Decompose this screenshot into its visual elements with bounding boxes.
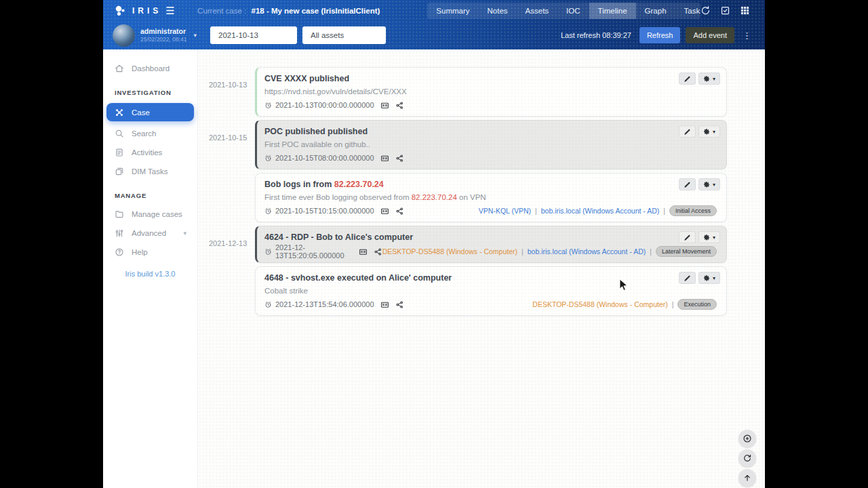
id-card-icon[interactable] [380,101,389,110]
timeline-toolbar: administrator 25/02/2022, 08:41 ▾ All as… [103,21,765,49]
sidebar-item-help[interactable]: Help [103,243,197,262]
sidebar-item-dashboard[interactable]: Dashboard [103,59,197,78]
sync-icon[interactable] [701,5,711,16]
share-icon[interactable] [395,207,404,216]
nav-tab-notes[interactable]: Notes [479,3,517,19]
separator: | [672,300,674,308]
id-card-icon[interactable] [380,300,389,309]
user-name: administrator [140,27,187,36]
asset-link[interactable]: bob.iris.local (Windows Account - AD) [541,207,659,215]
asset-filter-select[interactable]: All assets [302,26,386,44]
user-login-date: 25/02/2022, 08:41 [140,36,187,43]
sidebar-item-label: Advanced [132,229,166,237]
last-refresh-text: Last refresh 08:39:27 [561,31,631,39]
edit-event-button[interactable] [679,73,696,85]
event-settings-button[interactable]: ▾ [698,125,720,138]
nav-tab-tasks[interactable]: Tasks [675,3,701,19]
event-settings-button[interactable]: ▾ [698,73,720,85]
sidebar-item-activities[interactable]: Activities [103,143,197,162]
event-card: POC published publishedFirst POC availab… [255,120,727,169]
add-event-button[interactable]: Add event [686,27,734,43]
clock-icon [264,248,272,256]
share-icon[interactable] [395,300,404,309]
apps-grid-icon[interactable] [740,5,750,16]
pencil-icon [684,181,691,188]
event-description: First time ever Bob logging observed fro… [264,192,717,203]
sidebar-item-label: Manage cases [132,210,182,218]
event-date-label [198,266,255,316]
nav-tab-assets[interactable]: Assets [517,3,558,19]
event-links: DESKTOP-DS5488 (Windows - Computer)|Exec… [532,299,717,310]
sidebar-item-dim-tasks[interactable]: DIM Tasks [103,162,197,181]
timeline-event-row: 2021-10-13CVE XXXX publishedhttps://nvd.… [198,67,765,117]
asset-link[interactable]: DESKTOP-DS5488 (Windows - Computer) [382,247,517,256]
sidebar-item-advanced[interactable]: Advanced▾ [103,224,197,243]
check-square-icon[interactable] [720,5,730,16]
sidebar-section-manage: MANAGE [103,181,197,205]
timeline-event-row: 4648 - svhost.exe executed on Alice' com… [198,266,765,316]
event-meta-row: 2021-10-15T10:15:00.000000VPN-KQL (VPN)|… [264,205,717,216]
nav-tab-summary[interactable]: Summary [427,3,478,19]
event-actions: ▾ [679,73,720,85]
event-links: VPN-KQL (VPN)|bob.iris.local (Windows Ac… [479,205,717,216]
sidebar: DashboardINVESTIGATIONCaseSearchActiviti… [103,49,198,488]
chevron-down-icon: ▾ [713,76,715,82]
refresh-button[interactable]: Refresh [639,27,681,43]
nav-tab-ioc[interactable]: IOC [557,3,589,19]
category-badge: Initial Access [669,205,717,216]
id-card-icon[interactable] [380,154,389,163]
asset-link[interactable]: bob.iris.local (Windows Account - AD) [528,247,646,256]
id-card-icon[interactable] [359,247,368,256]
case-nav-tabs: SummaryNotesAssetsIOCTimelineGraphTasksE… [427,3,701,19]
add-event-fab[interactable] [738,430,756,447]
sidebar-item-label: Help [132,248,148,256]
asset-link[interactable]: VPN-KQL (VPN) [479,207,531,215]
event-timestamp: 2021-10-15T08:00:00.000000 [275,154,374,162]
sidebar-section-investigation: INVESTIGATION [103,78,197,102]
event-date-label: 2021-10-15 [198,120,255,169]
date-filter-input[interactable] [210,26,297,44]
event-settings-button[interactable]: ▾ [698,231,720,243]
clock-icon [264,301,272,308]
event-settings-button[interactable]: ▾ [698,272,720,284]
event-card: 4648 - svhost.exe executed on Alice' com… [255,266,727,316]
asset-link[interactable]: DESKTOP-DS5488 (Windows - Computer) [532,300,667,308]
share-icon[interactable] [395,101,404,110]
iris-build-link[interactable]: Iris build v1.3.0 [103,270,197,278]
gear-icon [703,75,711,83]
event-title: 4648 - svhost.exe executed on Alice' com… [264,272,717,284]
event-settings-button[interactable]: ▾ [698,178,720,190]
toolbar-kebab-icon[interactable]: ⋮ [740,30,754,41]
reload-timeline-fab[interactable] [738,449,756,467]
sidebar-item-case[interactable]: Case [106,103,194,121]
edit-event-button[interactable] [679,125,696,138]
ioc-ip[interactable]: 82.223.70.24 [334,180,384,189]
sidebar-item-search[interactable]: Search [103,124,197,143]
sliders-icon [115,228,124,238]
sidebar-item-manage-cases[interactable]: Manage cases [103,205,197,224]
gear-icon [703,181,711,188]
sidebar-item-label: DIM Tasks [132,167,167,176]
hamburger-menu-icon[interactable]: ☰ [162,5,178,17]
iris-logo[interactable]: IRIS [103,5,162,16]
timeline-event-row: 2021-10-15POC published publishedFirst P… [198,120,765,169]
event-timestamp: 2021-12-13T15:54:06.000000 [275,300,374,308]
timeline-events: 2021-10-13CVE XXXX publishedhttps://nvd.… [198,49,765,316]
id-card-icon[interactable] [380,207,389,216]
nav-tab-timeline[interactable]: Timeline [589,3,636,19]
activities-icon [115,148,124,157]
user-menu[interactable]: administrator 25/02/2022, 08:41 ▾ [103,24,198,47]
avatar [113,24,135,47]
scroll-top-fab[interactable] [738,469,756,487]
event-actions: ▾ [679,178,720,190]
share-icon[interactable] [395,154,404,163]
chevron-down-icon: ▾ [713,275,715,281]
gear-icon [703,128,711,136]
share-icon[interactable] [374,247,382,256]
nav-tab-graph[interactable]: Graph [636,3,675,19]
edit-event-button[interactable] [679,231,696,243]
ioc-ip[interactable]: 82.223.70.24 [412,193,457,201]
edit-event-button[interactable] [679,178,696,190]
iris-app-window: IRIS ☰ Current case : #18 - My new case … [103,0,765,488]
edit-event-button[interactable] [679,272,696,284]
